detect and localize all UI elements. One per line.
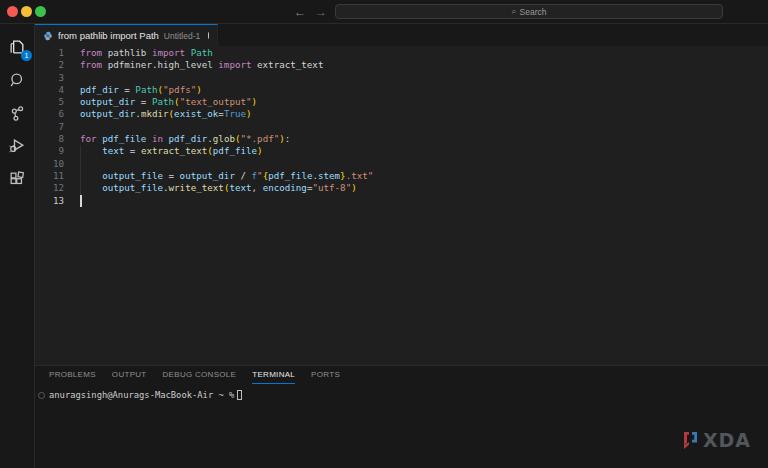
code-line-text: for pdf_file in pdf_dir.glob("*.pdf"): xyxy=(64,133,290,145)
explorer-badge: 1 xyxy=(21,50,32,61)
code-line-text: from pdfminer.high_level import extract_… xyxy=(64,59,323,71)
line-number: 9 xyxy=(35,145,64,157)
modified-dot-icon[interactable] xyxy=(208,32,209,39)
forward-icon[interactable]: → xyxy=(315,5,327,19)
tab-title: from pathlib import Path xyxy=(58,30,159,41)
code-line[interactable]: 12 output_file.write_text(text, encoding… xyxy=(35,182,768,194)
code-line[interactable]: 1from pathlib import Path xyxy=(35,47,768,59)
run-debug-icon xyxy=(7,136,27,156)
xda-logo-icon xyxy=(682,429,699,451)
line-number: 3 xyxy=(35,72,64,84)
sidebar-item-extensions[interactable] xyxy=(4,166,30,192)
tab-description: Untitled-1 xyxy=(164,31,200,41)
extensions-icon xyxy=(8,170,27,189)
panel-tab-ports[interactable]: PORTS xyxy=(311,366,340,384)
text-cursor xyxy=(80,195,82,207)
code-line[interactable]: 5output_dir = Path("text_output") xyxy=(35,96,768,108)
code-line[interactable]: 2from pdfminer.high_level import extract… xyxy=(35,59,768,71)
line-number: 10 xyxy=(35,158,64,170)
code-line-text xyxy=(64,121,80,133)
code-line-text xyxy=(64,158,80,170)
code-line[interactable]: 6output_dir.mkdir(exist_ok=True) xyxy=(35,108,768,120)
python-icon xyxy=(43,31,53,41)
line-number: 2 xyxy=(35,59,64,71)
shell-integration-icon xyxy=(38,392,45,399)
search-placeholder: Search xyxy=(520,7,547,17)
terminal-cursor xyxy=(237,390,242,400)
code-line-text: text = extract_text(pdf_file) xyxy=(64,145,263,157)
panel-tab-terminal[interactable]: TERMINAL xyxy=(252,366,295,384)
line-number: 5 xyxy=(35,96,64,108)
vscode-window: ← → ⌕ Search 1 xyxy=(0,0,768,468)
code-line-text: output_file = output_dir / f"{pdf_file.s… xyxy=(64,170,373,182)
command-center-search[interactable]: ⌕ Search xyxy=(335,4,723,19)
titlebar: ← → ⌕ Search xyxy=(0,0,768,24)
code-line[interactable]: 3 xyxy=(35,72,768,84)
code-area: 1from pathlib import Path2from pdfminer.… xyxy=(35,47,768,207)
git-branch-icon xyxy=(8,104,27,123)
editor-tab-bar: from pathlib import Path Untitled-1 xyxy=(35,24,768,46)
code-line-text: output_file.write_text(text, encoding="u… xyxy=(64,182,357,194)
line-number: 4 xyxy=(35,84,64,96)
terminal-prompt: anuragsingh@Anurags-MacBook-Air ~ % xyxy=(49,390,234,400)
code-line[interactable]: 7 xyxy=(35,121,768,133)
sidebar-item-explorer[interactable]: 1 xyxy=(4,34,30,60)
history-nav: ← → xyxy=(294,0,327,23)
panel-tab-problems[interactable]: PROBLEMS xyxy=(49,366,96,384)
search-sidebar-icon xyxy=(8,71,27,90)
terminal-prompt-line[interactable]: anuragsingh@Anurags-MacBook-Air ~ % xyxy=(35,390,768,400)
code-line-text xyxy=(64,72,80,84)
code-line-text: from pathlib import Path xyxy=(64,47,213,59)
zoom-button[interactable] xyxy=(35,6,46,17)
code-line[interactable]: 4pdf_dir = Path("pdfs") xyxy=(35,84,768,96)
code-line[interactable]: 8for pdf_file in pdf_dir.glob("*.pdf"): xyxy=(35,133,768,145)
code-editor[interactable]: 1from pathlib import Path2from pdfminer.… xyxy=(35,46,768,365)
panel-tab-debug-console[interactable]: DEBUG CONSOLE xyxy=(163,366,237,384)
search-icon: ⌕ xyxy=(512,6,517,17)
indent-guide xyxy=(80,145,81,194)
line-number: 7 xyxy=(35,121,64,133)
line-number: 11 xyxy=(35,170,64,182)
activity-bar: 1 xyxy=(0,24,35,468)
tab-untitled-1[interactable]: from pathlib import Path Untitled-1 xyxy=(35,24,218,46)
code-line-text xyxy=(64,195,80,207)
traffic-lights xyxy=(7,6,46,17)
sidebar-item-source-control[interactable] xyxy=(4,100,30,126)
code-line-text: output_dir = Path("text_output") xyxy=(64,96,257,108)
code-line-text: pdf_dir = Path("pdfs") xyxy=(64,84,202,96)
panel-tab-output[interactable]: OUTPUT xyxy=(112,366,147,384)
xda-watermark: XDA xyxy=(682,429,751,451)
minimize-button[interactable] xyxy=(21,6,32,17)
sidebar-item-search[interactable] xyxy=(4,67,30,93)
code-line[interactable]: 13 xyxy=(35,195,768,207)
code-line-text: output_dir.mkdir(exist_ok=True) xyxy=(64,108,252,120)
code-line[interactable]: 9 text = extract_text(pdf_file) xyxy=(35,145,768,157)
line-number: 12 xyxy=(35,182,64,194)
line-number: 13 xyxy=(35,195,64,207)
sidebar-item-run-debug[interactable] xyxy=(4,133,30,159)
bottom-panel: PROBLEMSOUTPUTDEBUG CONSOLETERMINALPORTS… xyxy=(35,365,768,468)
line-number: 1 xyxy=(35,47,64,59)
close-button[interactable] xyxy=(7,6,18,17)
line-number: 8 xyxy=(35,133,64,145)
panel-tab-bar: PROBLEMSOUTPUTDEBUG CONSOLETERMINALPORTS xyxy=(35,366,768,384)
code-line[interactable]: 11 output_file = output_dir / f"{pdf_fil… xyxy=(35,170,768,182)
code-line[interactable]: 10 xyxy=(35,158,768,170)
line-number: 6 xyxy=(35,108,64,120)
back-icon[interactable]: ← xyxy=(294,5,306,19)
xda-text: XDA xyxy=(703,431,751,450)
